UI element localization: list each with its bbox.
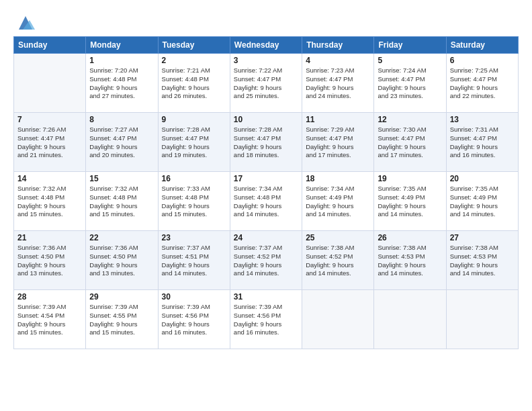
cell-info-line: and 14 minutes.	[234, 210, 298, 219]
calendar-cell: 12Sunrise: 7:30 AMSunset: 4:47 PMDayligh…	[374, 113, 446, 172]
calendar-cell: 16Sunrise: 7:33 AMSunset: 4:48 PMDayligh…	[158, 172, 230, 231]
day-number: 5	[378, 56, 442, 65]
cell-info-line: Sunset: 4:47 PM	[378, 75, 442, 84]
day-number: 22	[89, 233, 154, 242]
calendar-cell: 26Sunrise: 7:38 AMSunset: 4:53 PMDayligh…	[374, 231, 446, 290]
cell-info-line: Sunrise: 7:39 AM	[162, 303, 226, 312]
cell-info-line: Daylight: 9 hours	[306, 84, 370, 93]
cell-info-line: Sunset: 4:50 PM	[17, 253, 82, 261]
calendar-cell	[302, 290, 374, 349]
cell-info-line: Sunset: 4:48 PM	[17, 193, 82, 202]
cell-info-line: Sunrise: 7:36 AM	[89, 244, 154, 253]
calendar-cell: 8Sunrise: 7:27 AMSunset: 4:47 PMDaylight…	[86, 113, 158, 172]
cell-info-line: Sunset: 4:47 PM	[89, 134, 154, 143]
cell-info-line: Daylight: 9 hours	[450, 143, 515, 152]
cell-info-line: Daylight: 9 hours	[378, 143, 442, 152]
day-number: 17	[234, 174, 298, 183]
page: SundayMondayTuesdayWednesdayThursdayFrid…	[0, 0, 532, 411]
calendar-cell: 10Sunrise: 7:28 AMSunset: 4:47 PMDayligh…	[230, 113, 302, 172]
cell-info-line: Daylight: 9 hours	[162, 84, 226, 93]
calendar-header-row: SundayMondayTuesdayWednesdayThursdayFrid…	[14, 37, 519, 54]
cell-info-line: and 14 minutes.	[450, 210, 515, 219]
cell-info-line: Sunset: 4:49 PM	[306, 193, 370, 202]
day-number: 26	[378, 233, 442, 242]
cell-info-line: Daylight: 9 hours	[89, 143, 154, 152]
cell-info-line: Sunrise: 7:21 AM	[162, 66, 226, 75]
cell-info-line: Sunset: 4:55 PM	[89, 312, 154, 320]
day-number: 18	[306, 174, 370, 183]
cell-info-line: Daylight: 9 hours	[89, 320, 154, 329]
cell-info-line: Sunrise: 7:39 AM	[17, 303, 82, 312]
cell-info-line: Daylight: 9 hours	[17, 320, 82, 329]
cell-info-line: and 14 minutes.	[234, 269, 298, 278]
cell-info-line: and 16 minutes.	[450, 151, 515, 160]
cell-info-line: Sunset: 4:56 PM	[234, 312, 298, 320]
cell-info-line: and 21 minutes.	[17, 151, 82, 160]
cell-info-line: Sunrise: 7:30 AM	[378, 126, 442, 134]
calendar-cell: 9Sunrise: 7:28 AMSunset: 4:47 PMDaylight…	[158, 113, 230, 172]
calendar-cell: 14Sunrise: 7:32 AMSunset: 4:48 PMDayligh…	[14, 172, 86, 231]
cell-info-line: and 14 minutes.	[306, 269, 370, 278]
cell-info-line: Sunset: 4:49 PM	[450, 193, 515, 202]
cell-info-line: and 20 minutes.	[89, 151, 154, 160]
calendar-cell: 18Sunrise: 7:34 AMSunset: 4:49 PMDayligh…	[302, 172, 374, 231]
cell-info-line: Daylight: 9 hours	[17, 202, 82, 211]
cell-info-line: Sunset: 4:47 PM	[306, 134, 370, 143]
cell-info-line: Daylight: 9 hours	[162, 261, 226, 270]
cell-info-line: Daylight: 9 hours	[162, 320, 226, 329]
logo-icon	[16, 13, 35, 32]
cell-info-line: Sunrise: 7:20 AM	[89, 66, 154, 75]
day-number: 7	[17, 115, 82, 124]
day-number: 20	[450, 174, 515, 183]
cell-info-line: Daylight: 9 hours	[306, 143, 370, 152]
calendar-cell: 5Sunrise: 7:24 AMSunset: 4:47 PMDaylight…	[374, 54, 446, 113]
cell-info-line: Daylight: 9 hours	[89, 84, 154, 93]
cell-info-line: Sunset: 4:48 PM	[89, 193, 154, 202]
cell-info-line: Daylight: 9 hours	[234, 143, 298, 152]
cell-info-line: Sunrise: 7:37 AM	[234, 244, 298, 253]
cell-info-line: Daylight: 9 hours	[450, 84, 515, 93]
cell-info-line: and 27 minutes.	[89, 92, 154, 101]
cell-info-line: Sunrise: 7:38 AM	[450, 244, 515, 253]
calendar-cell: 11Sunrise: 7:29 AMSunset: 4:47 PMDayligh…	[302, 113, 374, 172]
calendar-header-saturday: Saturday	[446, 37, 518, 54]
calendar-week-row: 1Sunrise: 7:20 AMSunset: 4:48 PMDaylight…	[14, 54, 519, 113]
cell-info-line: and 18 minutes.	[234, 151, 298, 160]
cell-info-line: Sunset: 4:47 PM	[306, 75, 370, 84]
cell-info-line: Sunset: 4:47 PM	[234, 134, 298, 143]
calendar-cell: 1Sunrise: 7:20 AMSunset: 4:48 PMDaylight…	[86, 54, 158, 113]
cell-info-line: and 16 minutes.	[234, 328, 298, 337]
cell-info-line: and 15 minutes.	[162, 210, 226, 219]
calendar-cell: 29Sunrise: 7:39 AMSunset: 4:55 PMDayligh…	[86, 290, 158, 349]
calendar-header-thursday: Thursday	[302, 37, 374, 54]
calendar-cell: 6Sunrise: 7:25 AMSunset: 4:47 PMDaylight…	[446, 54, 518, 113]
cell-info-line: and 15 minutes.	[17, 328, 82, 337]
calendar-cell	[446, 290, 518, 349]
cell-info-line: Sunrise: 7:35 AM	[450, 185, 515, 193]
cell-info-line: Daylight: 9 hours	[378, 261, 442, 270]
cell-info-line: Sunset: 4:47 PM	[234, 75, 298, 84]
day-number: 12	[378, 115, 442, 124]
calendar-header-tuesday: Tuesday	[158, 37, 230, 54]
cell-info-line: Sunrise: 7:23 AM	[306, 66, 370, 75]
calendar-week-row: 28Sunrise: 7:39 AMSunset: 4:54 PMDayligh…	[14, 290, 519, 349]
calendar-cell	[374, 290, 446, 349]
cell-info-line: and 25 minutes.	[234, 92, 298, 101]
cell-info-line: and 15 minutes.	[17, 210, 82, 219]
cell-info-line: and 15 minutes.	[89, 210, 154, 219]
cell-info-line: and 22 minutes.	[450, 92, 515, 101]
calendar-week-row: 21Sunrise: 7:36 AMSunset: 4:50 PMDayligh…	[14, 231, 519, 290]
calendar-cell: 7Sunrise: 7:26 AMSunset: 4:47 PMDaylight…	[14, 113, 86, 172]
cell-info-line: Sunset: 4:47 PM	[450, 75, 515, 84]
day-number: 2	[162, 56, 226, 65]
cell-info-line: Sunrise: 7:34 AM	[234, 185, 298, 193]
cell-info-line: Sunset: 4:54 PM	[17, 312, 82, 320]
cell-info-line: Daylight: 9 hours	[234, 84, 298, 93]
cell-info-line: Sunset: 4:47 PM	[162, 134, 226, 143]
day-number: 27	[450, 233, 515, 242]
day-number: 21	[17, 233, 82, 242]
cell-info-line: and 15 minutes.	[89, 328, 154, 337]
calendar-header-sunday: Sunday	[14, 37, 86, 54]
calendar-cell: 28Sunrise: 7:39 AMSunset: 4:54 PMDayligh…	[14, 290, 86, 349]
day-number: 16	[162, 174, 226, 183]
